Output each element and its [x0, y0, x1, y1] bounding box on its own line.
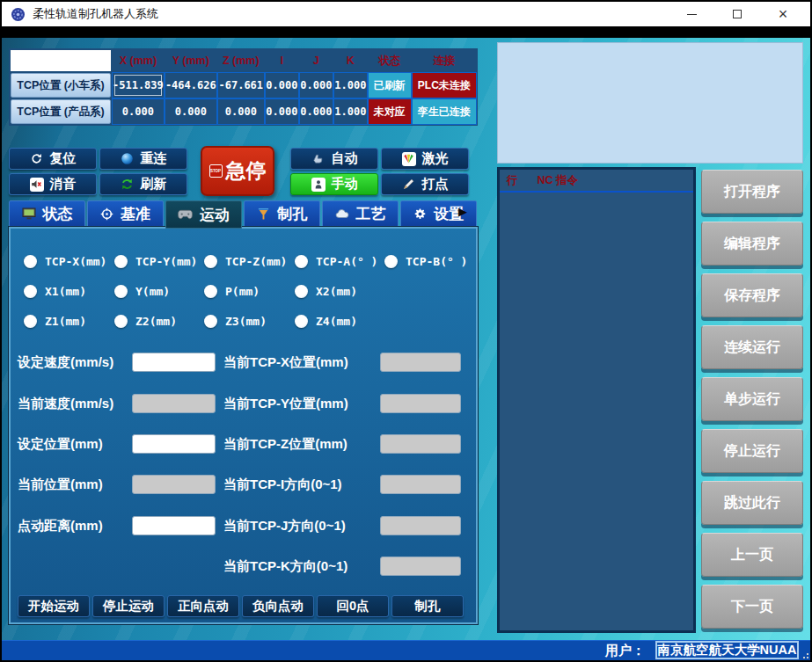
- cell-cart-x[interactable]: -511.839: [113, 73, 164, 98]
- field-tcp-i-dir: 当前TCP-I方向(0~1): [223, 475, 342, 494]
- reset-button[interactable]: 复位: [9, 148, 97, 170]
- cell-prod-k[interactable]: 1.000: [334, 99, 367, 124]
- jog-distance-input[interactable]: [132, 516, 216, 535]
- radio-icon: [114, 315, 128, 328]
- next-page-button[interactable]: 下一页: [701, 585, 803, 629]
- radio-option-y[interactable]: Y(mm): [114, 285, 170, 298]
- radio-icon: [204, 315, 217, 328]
- radio-option-z1[interactable]: Z1(mm): [24, 315, 86, 328]
- table-corner-cell: [11, 50, 111, 71]
- cell-cart-i[interactable]: 0.000: [266, 73, 298, 98]
- drill-button[interactable]: 制孔: [391, 595, 464, 617]
- mute-button[interactable]: 消音: [9, 173, 97, 195]
- radio-icon: [204, 285, 217, 298]
- manual-label: 手动: [332, 176, 358, 193]
- cell-prod-i[interactable]: 0.000: [266, 99, 298, 124]
- field-tcp-z-pos: 当前TCP-Z位置(mm): [223, 434, 347, 454]
- radio-option-x1[interactable]: X1(mm): [24, 285, 86, 298]
- refresh-button[interactable]: 刷新: [99, 173, 187, 195]
- user-value-box: 南京航空航天大学NUAA: [655, 641, 799, 659]
- gamepad-icon: [178, 209, 193, 220]
- title-bar: 柔性轨道制孔机器人系统 ×: [2, 2, 810, 26]
- jog-forward-button[interactable]: 正向点动: [167, 595, 239, 617]
- col-header-x: X (mm): [113, 50, 164, 71]
- manual-person-icon: [311, 178, 326, 192]
- close-icon: ×: [779, 5, 788, 24]
- tab-datum[interactable]: 基准: [87, 200, 164, 227]
- laser-label: 激光: [422, 150, 449, 167]
- tab-process-label: 工艺: [356, 204, 386, 224]
- cell-cart-y[interactable]: -464.626: [165, 73, 216, 98]
- tab-motion[interactable]: 运动: [165, 200, 242, 229]
- return-zero-button[interactable]: 回0点: [317, 595, 389, 617]
- stop-sign-icon: STOP: [209, 164, 223, 178]
- skip-line-button[interactable]: 跳过此行: [701, 481, 803, 525]
- pencil-icon: [402, 178, 416, 192]
- tab-status[interactable]: 状态: [9, 200, 85, 227]
- laser-button[interactable]: 激光: [381, 148, 469, 170]
- radio-icon: [295, 255, 308, 268]
- radio-option-tcp-z[interactable]: TCP-Z(mm): [204, 255, 287, 268]
- radio-option-x2[interactable]: X2(mm): [295, 285, 357, 298]
- col-header-status: 状态: [369, 50, 411, 71]
- resize-grip-icon[interactable]: [801, 651, 808, 658]
- field-tcp-j-dir: 当前TCP-J方向(0~1): [223, 516, 346, 535]
- radio-icon: [295, 315, 308, 328]
- close-button[interactable]: ×: [772, 5, 794, 23]
- radio-icon: [24, 315, 37, 328]
- save-program-button[interactable]: 保存程序: [701, 273, 803, 317]
- radio-option-z2[interactable]: Z2(mm): [114, 315, 177, 328]
- stop-run-button[interactable]: 停止运行: [701, 429, 803, 473]
- edit-program-button[interactable]: 编辑程序: [701, 222, 803, 266]
- monitor-icon: [22, 207, 36, 220]
- minimize-button[interactable]: [680, 5, 703, 23]
- set-position-input[interactable]: [132, 434, 216, 454]
- auto-mode-button[interactable]: 自动: [290, 148, 378, 170]
- radio-option-tcp-a[interactable]: TCP-A(° ): [295, 255, 377, 268]
- cell-cart-j[interactable]: 0.000: [300, 73, 333, 98]
- cell-prod-y[interactable]: 0.000: [165, 99, 216, 124]
- single-step-button[interactable]: 单步运行: [701, 377, 803, 421]
- start-motion-button[interactable]: 开始运动: [18, 595, 90, 617]
- emergency-stop-button[interactable]: STOP 急停: [201, 146, 274, 196]
- jog-backward-button[interactable]: 负向点动: [242, 595, 314, 617]
- reconnect-button[interactable]: 重连: [99, 148, 187, 170]
- field-set-position: 设定位置(mm): [18, 434, 103, 454]
- tab-scroll-right-icon[interactable]: ▶: [458, 205, 467, 218]
- radio-icon: [295, 285, 308, 298]
- radio-option-tcp-y[interactable]: TCP-Y(mm): [114, 255, 197, 268]
- tab-process[interactable]: 工艺: [322, 200, 399, 227]
- auto-hand-icon: [311, 152, 326, 166]
- col-header-j: J: [300, 50, 333, 71]
- connection-badge-plc: PLC未连接: [413, 73, 476, 98]
- cell-prod-j[interactable]: 0.000: [300, 99, 333, 124]
- status-badge-cart: 已刷新: [369, 73, 411, 98]
- radio-option-z4[interactable]: Z4(mm): [295, 315, 357, 328]
- continuous-run-button[interactable]: 连续运行: [701, 325, 803, 369]
- col-header-i: I: [266, 50, 298, 71]
- radio-option-tcp-x[interactable]: TCP-X(mm): [24, 255, 106, 268]
- app-window: 柔性轨道制孔机器人系统 × X (mm) Y (mm) Z (mm) I J K…: [0, 0, 812, 662]
- cell-prod-x[interactable]: 0.000: [113, 99, 164, 124]
- cell-cart-k[interactable]: 1.000: [334, 73, 367, 98]
- col-header-connection: 连接: [413, 50, 476, 71]
- table-row-cart: TCP位置 (小车系) -511.839 -464.626 -67.661 0.…: [11, 73, 476, 98]
- manual-mode-button[interactable]: 手动: [290, 173, 378, 195]
- open-program-button[interactable]: 打开程序: [701, 170, 803, 214]
- field-tcp-x-pos: 当前TCP-X位置(mm): [223, 353, 348, 372]
- stop-motion-button[interactable]: 停止运动: [92, 595, 165, 617]
- tab-drilling[interactable]: 制孔: [244, 200, 320, 227]
- nc-program-list[interactable]: 行 NC 指令: [497, 167, 696, 633]
- tcp-j-dir-display: [380, 516, 461, 535]
- cell-cart-z[interactable]: -67.661: [218, 73, 264, 98]
- radio-option-p[interactable]: P(mm): [204, 285, 260, 298]
- title-divider: [2, 26, 810, 38]
- cell-prod-z[interactable]: 0.000: [218, 99, 264, 124]
- mark-point-button[interactable]: 打点: [381, 173, 469, 195]
- radio-option-tcp-b[interactable]: TCP-B(° ): [384, 255, 467, 268]
- set-speed-input[interactable]: [132, 353, 216, 372]
- maximize-button[interactable]: [726, 5, 749, 23]
- radio-option-z3[interactable]: Z3(mm): [204, 315, 267, 328]
- previous-page-button[interactable]: 上一页: [701, 533, 803, 577]
- field-tcp-y-pos: 当前TCP-Y位置(mm): [223, 394, 348, 413]
